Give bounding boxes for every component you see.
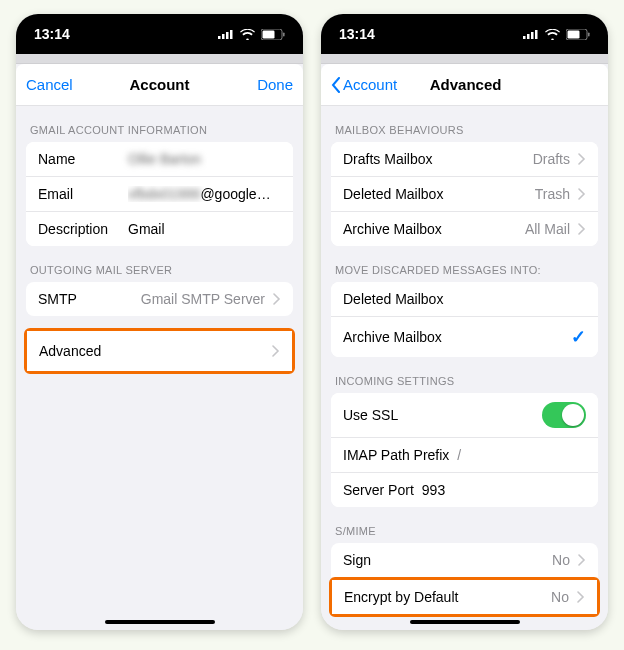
row-deleted[interactable]: Deleted Mailbox Trash xyxy=(331,177,598,212)
row-email[interactable]: Email xfbdx01999@googlemail.com xyxy=(26,177,293,212)
chevron-right-icon xyxy=(273,293,281,305)
phone-advanced: 13:14 Account Advanced MAILBOX BEHAVIOUR… xyxy=(321,14,608,630)
section-header-smime: S/MIME xyxy=(321,507,608,543)
status-icons xyxy=(218,29,285,40)
cancel-button[interactable]: Cancel xyxy=(26,76,90,93)
sheet-backdrop xyxy=(321,54,608,64)
value-smtp: Gmail SMTP Server xyxy=(141,291,265,307)
label-imap: IMAP Path Prefix xyxy=(343,447,449,463)
value-encrypt: No xyxy=(551,589,569,605)
section-header-discard: MOVE DISCARDED MESSAGES INTO: xyxy=(321,246,608,282)
label-name: Name xyxy=(38,151,128,167)
wifi-icon xyxy=(545,29,560,40)
row-encrypt[interactable]: Encrypt by Default No xyxy=(332,580,597,614)
row-imap-prefix[interactable]: IMAP Path Prefix / xyxy=(331,438,598,473)
status-bar: 13:14 xyxy=(321,14,608,54)
svg-rect-8 xyxy=(527,34,530,39)
toggle-ssl[interactable] xyxy=(542,402,586,428)
navbar: Account Advanced xyxy=(321,64,608,106)
status-icons xyxy=(523,29,590,40)
status-time: 13:14 xyxy=(34,26,70,42)
value-sign: No xyxy=(552,552,570,568)
label-encrypt: Encrypt by Default xyxy=(344,589,551,605)
value-email-hidden: xfbdx01999 xyxy=(128,186,200,202)
label-deleted: Deleted Mailbox xyxy=(343,186,535,202)
svg-rect-1 xyxy=(222,34,225,39)
label-advanced: Advanced xyxy=(39,343,264,359)
chevron-right-icon xyxy=(578,153,586,165)
label-discard-deleted: Deleted Mailbox xyxy=(343,291,586,307)
value-port: 993 xyxy=(422,482,586,498)
sheet-backdrop xyxy=(16,54,303,64)
svg-rect-5 xyxy=(263,30,275,38)
chevron-right-icon xyxy=(578,223,586,235)
highlight-encrypt: Encrypt by Default No xyxy=(329,577,600,617)
svg-rect-9 xyxy=(531,32,534,39)
group-smime-sign: Sign No xyxy=(331,543,598,577)
page-title: Account xyxy=(90,76,229,93)
svg-rect-6 xyxy=(283,32,285,36)
done-button[interactable]: Done xyxy=(229,76,293,93)
value-email: xfbdx01999@googlemail.com xyxy=(128,186,281,202)
page-title: Advanced xyxy=(397,76,534,93)
svg-rect-13 xyxy=(588,32,590,36)
row-discard-deleted[interactable]: Deleted Mailbox xyxy=(331,282,598,317)
status-time: 13:14 xyxy=(339,26,375,42)
svg-rect-10 xyxy=(535,30,538,39)
home-indicator[interactable] xyxy=(410,620,520,624)
row-discard-archive[interactable]: Archive Mailbox ✓ xyxy=(331,317,598,357)
value-name: Ollie Barton xyxy=(128,151,281,167)
label-discard-archive: Archive Mailbox xyxy=(343,329,571,345)
chevron-left-icon xyxy=(331,77,341,93)
section-header-info: GMAIL ACCOUNT INFORMATION xyxy=(16,106,303,142)
content: MAILBOX BEHAVIOURS Drafts Mailbox Drafts… xyxy=(321,106,608,630)
status-bar: 13:14 xyxy=(16,14,303,54)
svg-rect-2 xyxy=(226,32,229,39)
battery-icon xyxy=(261,29,285,40)
chevron-right-icon xyxy=(578,188,586,200)
svg-rect-12 xyxy=(568,30,580,38)
svg-rect-0 xyxy=(218,36,221,39)
row-smtp[interactable]: SMTP Gmail SMTP Server xyxy=(26,282,293,316)
phone-account: 13:14 Cancel Account Done GMAIL ACCOUNT … xyxy=(16,14,303,630)
value-deleted: Trash xyxy=(535,186,570,202)
chevron-right-icon xyxy=(577,591,585,603)
back-button[interactable]: Account xyxy=(331,76,397,93)
value-archive: All Mail xyxy=(525,221,570,237)
value-description: Gmail xyxy=(128,221,281,237)
value-email-domain: @googlemail.com xyxy=(200,186,281,202)
label-ssl: Use SSL xyxy=(343,407,542,423)
navbar: Cancel Account Done xyxy=(16,64,303,106)
row-server-port[interactable]: Server Port 993 xyxy=(331,473,598,507)
label-smtp: SMTP xyxy=(38,291,141,307)
group-discard: Deleted Mailbox Archive Mailbox ✓ xyxy=(331,282,598,357)
section-header-incoming: INCOMING SETTINGS xyxy=(321,357,608,393)
signal-icon xyxy=(218,29,234,39)
signal-icon xyxy=(523,29,539,39)
label-archive: Archive Mailbox xyxy=(343,221,525,237)
row-sign[interactable]: Sign No xyxy=(331,543,598,577)
chevron-right-icon xyxy=(578,554,586,566)
checkmark-icon: ✓ xyxy=(571,326,586,348)
group-behaviours: Drafts Mailbox Drafts Deleted Mailbox Tr… xyxy=(331,142,598,246)
row-advanced[interactable]: Advanced xyxy=(27,331,292,371)
section-header-outgoing: OUTGOING MAIL SERVER xyxy=(16,246,303,282)
group-account-info: Name Ollie Barton Email xfbdx01999@googl… xyxy=(26,142,293,246)
label-email: Email xyxy=(38,186,128,202)
label-drafts: Drafts Mailbox xyxy=(343,151,533,167)
battery-icon xyxy=(566,29,590,40)
highlight-advanced: Advanced xyxy=(24,328,295,374)
section-header-behaviours: MAILBOX BEHAVIOURS xyxy=(321,106,608,142)
row-ssl[interactable]: Use SSL xyxy=(331,393,598,438)
label-description: Description xyxy=(38,221,128,237)
row-drafts[interactable]: Drafts Mailbox Drafts xyxy=(331,142,598,177)
row-name[interactable]: Name Ollie Barton xyxy=(26,142,293,177)
home-indicator[interactable] xyxy=(105,620,215,624)
svg-rect-7 xyxy=(523,36,526,39)
row-description[interactable]: Description Gmail xyxy=(26,212,293,246)
value-imap: / xyxy=(457,447,586,463)
row-archive[interactable]: Archive Mailbox All Mail xyxy=(331,212,598,246)
value-drafts: Drafts xyxy=(533,151,570,167)
content: GMAIL ACCOUNT INFORMATION Name Ollie Bar… xyxy=(16,106,303,630)
back-label: Account xyxy=(343,76,397,93)
